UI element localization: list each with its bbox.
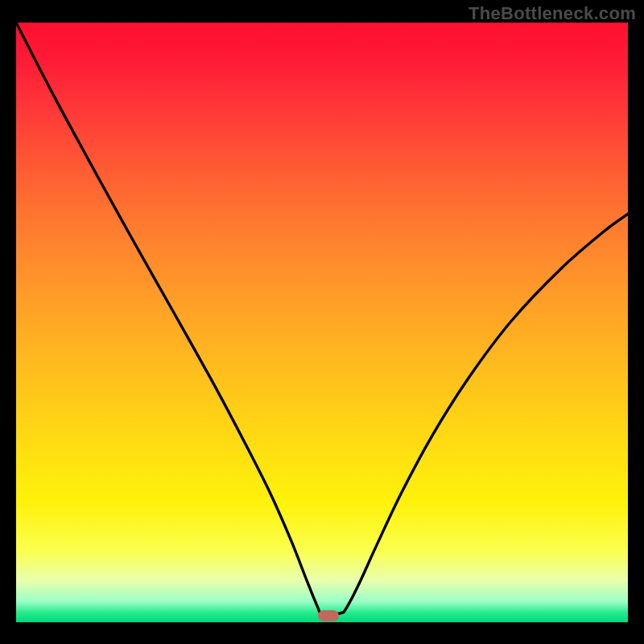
bottleneck-curve — [16, 23, 628, 622]
watermark-text: TheBottleneck.com — [469, 3, 636, 24]
minimum-marker — [318, 610, 339, 621]
curve-path — [16, 23, 628, 614]
plot-area — [16, 23, 628, 622]
chart-frame: TheBottleneck.com — [0, 0, 644, 644]
